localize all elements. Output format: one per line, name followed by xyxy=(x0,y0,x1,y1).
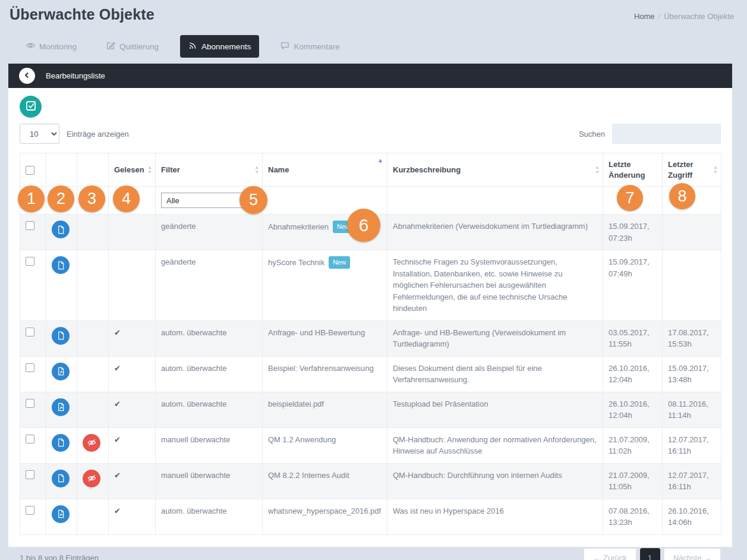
annotation-marker-3: 3 xyxy=(78,185,105,212)
column-header-name[interactable]: Name▲ xyxy=(263,153,387,187)
tab-monitoring[interactable]: Monitoring xyxy=(18,35,85,58)
annotation-marker-8: 8 xyxy=(669,183,695,209)
entries-info: 1 bis 8 von 8 Einträgen xyxy=(20,553,99,560)
last-change-cell: 26.10.2016, 12:04h xyxy=(603,356,663,392)
document-icon[interactable] xyxy=(52,256,70,274)
tab-bar: Monitoring Quittierung Abonnements Komme… xyxy=(18,35,361,58)
last-access-cell xyxy=(663,250,721,321)
name-cell: Beispiel: Verfahrensanweisung xyxy=(263,356,387,392)
pdf-file-icon[interactable] xyxy=(52,363,70,380)
annotation-marker-4: 4 xyxy=(113,185,140,212)
document-icon[interactable] xyxy=(52,327,70,345)
sort-icons[interactable]: ▲▼ xyxy=(147,165,152,175)
document-icon[interactable] xyxy=(52,470,70,487)
description-cell: Abnahmekriterien (Verweisdokument im Tur… xyxy=(387,215,603,250)
previous-page-button[interactable]: ← Zurück xyxy=(584,548,636,560)
filter-cell: autom. überwachte xyxy=(156,320,263,356)
breadcrumb-home-link[interactable]: Home xyxy=(634,12,655,21)
row-checkbox[interactable] xyxy=(26,257,34,266)
search-label: Suchen xyxy=(579,130,605,139)
last-access-cell: 12.07.2017, 16:11h xyxy=(663,463,721,499)
row-checkbox[interactable] xyxy=(26,363,34,372)
document-icon[interactable] xyxy=(52,221,70,238)
read-check-icon: ✔ xyxy=(114,328,121,337)
column-header-select xyxy=(20,153,46,187)
tab-label: Abonnements xyxy=(201,42,251,51)
back-button[interactable] xyxy=(19,68,35,84)
row-checkbox[interactable] xyxy=(26,470,34,479)
document-icon[interactable] xyxy=(52,434,70,452)
table-row: ✔ autom. überwachte Anfrage- und HB-Bewe… xyxy=(20,320,721,356)
edit-icon xyxy=(106,41,115,52)
table-row: ✔ manuell überwachte QM 1.2 Anwendung QM… xyxy=(20,427,721,463)
breadcrumb-separator: / xyxy=(658,12,661,21)
breadcrumb: Home/Überwachte Objekte xyxy=(634,12,734,21)
row-checkbox[interactable] xyxy=(26,435,34,443)
search-input[interactable] xyxy=(612,124,721,144)
pdf-file-icon[interactable] xyxy=(52,505,70,523)
last-access-cell xyxy=(663,215,721,250)
column-header-filter[interactable]: Filter▲▼ xyxy=(156,153,263,187)
last-change-cell: 03.05.2017, 11:55h xyxy=(603,320,663,356)
panel-header: Bearbeitungsliste xyxy=(8,64,732,88)
last-change-cell: 21.07.2009, 11:02h xyxy=(603,427,663,463)
eye-slash-icon[interactable] xyxy=(83,470,100,487)
last-access-cell: 26.10.2016, 14:06h xyxy=(663,499,721,534)
read-check-icon: ✔ xyxy=(114,435,121,444)
filter-cell: geänderte xyxy=(156,250,263,321)
table-row: ✔ manuell überwachte QM 8.2.2 Internes A… xyxy=(20,463,721,499)
tab-abonnements[interactable]: Abonnements xyxy=(180,35,259,58)
filter-cell: manuell überwachte xyxy=(156,463,263,499)
filter-cell: manuell überwachte xyxy=(156,427,263,463)
rss-icon xyxy=(188,41,197,52)
column-header-gelesen[interactable]: Gelesen▲▼ xyxy=(109,153,156,187)
select-all-checkbox[interactable] xyxy=(26,166,34,175)
comment-icon xyxy=(280,41,289,52)
tab-quittierung[interactable]: Quittierung xyxy=(98,35,167,58)
sort-icons[interactable]: ▲▼ xyxy=(713,165,718,175)
header-row: Gelesen▲▼ Filter▲▼ Name▲ Kurzbeschreibun… xyxy=(20,153,721,187)
column-header-letzte-aenderung[interactable]: Letzte Änderung xyxy=(603,153,663,187)
breadcrumb-current: Überwachte Objekte xyxy=(664,12,734,21)
annotation-marker-7: 7 xyxy=(617,185,643,211)
read-check-icon: ✔ xyxy=(114,364,121,373)
page-number-button[interactable]: 1 xyxy=(640,548,660,560)
pdf-file-icon[interactable] xyxy=(52,398,70,416)
last-change-cell: 07.08.2016, 13:23h xyxy=(603,499,663,534)
page-size-select[interactable]: 10 xyxy=(20,124,59,144)
last-change-cell: 21.07.2009, 11:05h xyxy=(603,463,663,499)
name-cell: QM 1.2 Anwendung xyxy=(263,427,387,463)
tab-label: Monitoring xyxy=(39,42,77,51)
annotation-marker-5: 5 xyxy=(239,186,267,214)
back-chevron-icon xyxy=(23,71,31,81)
table-row: ✔ autom. überwachte whatsnew_hyperspace_… xyxy=(20,499,721,534)
read-check-icon: ✔ xyxy=(114,471,121,480)
tab-kommentare[interactable]: Kommentare xyxy=(272,35,348,58)
eye-slash-icon[interactable] xyxy=(83,434,100,452)
row-checkbox[interactable] xyxy=(26,328,34,336)
annotation-marker-6: 6 xyxy=(347,209,380,242)
name-cell: beispieldatei.pdf xyxy=(263,392,387,427)
column-header-visibility xyxy=(77,153,109,187)
sort-ascending-icon[interactable]: ▲ xyxy=(377,158,383,163)
sort-icons[interactable]: ▲▼ xyxy=(254,165,259,175)
name-cell: Anfrage- und HB-Bewertung xyxy=(263,320,387,356)
column-header-kurzbeschreibung[interactable]: Kurzbeschreibung▲▼ xyxy=(387,153,603,187)
row-checkbox[interactable] xyxy=(26,506,34,515)
last-change-cell: 26.10.2016, 12:04h xyxy=(603,392,663,427)
filter-cell: autom. überwachte xyxy=(156,499,263,534)
sort-icons[interactable]: ▲▼ xyxy=(595,165,600,175)
content-panel: Bearbeitungsliste 10 Einträge anzeigen S… xyxy=(8,64,732,547)
column-header-letzter-zugriff[interactable]: Letzter Zugriff▲▼ xyxy=(663,153,721,187)
table-row: geänderte hyScore TechnikNew Technische … xyxy=(20,250,721,321)
select-all-action-button[interactable] xyxy=(20,96,42,118)
next-page-button[interactable]: Nächste → xyxy=(664,548,721,560)
read-check-icon: ✔ xyxy=(114,399,121,408)
last-change-cell: 15.09.2017, 07:23h xyxy=(603,215,663,250)
row-checkbox[interactable] xyxy=(26,221,34,230)
last-access-cell: 15.09.2017, 13:48h xyxy=(663,356,721,392)
row-checkbox[interactable] xyxy=(26,399,34,408)
description-cell: QM-Handbuch: Anwendung der normativen An… xyxy=(387,427,603,463)
description-cell: QM-Handbuch: Durchführung von internen A… xyxy=(387,463,603,499)
name-cell: whatsnew_hyperspace_2016.pdf xyxy=(263,499,387,534)
